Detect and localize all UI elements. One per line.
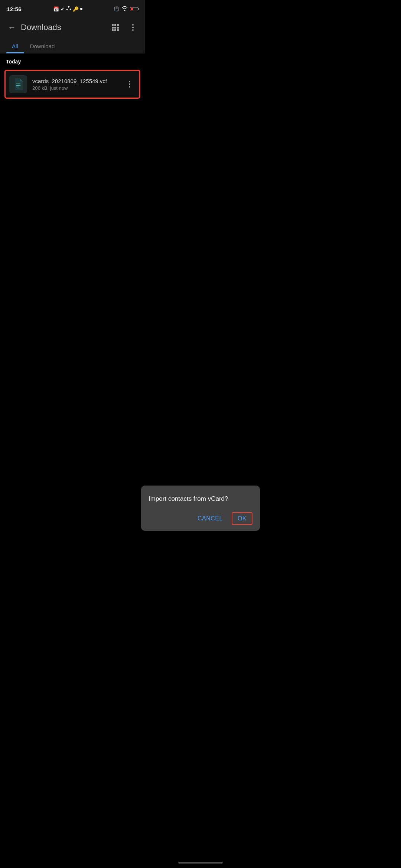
back-arrow-icon: ←: [8, 23, 16, 32]
drive-icon: [66, 6, 71, 12]
tab-all[interactable]: All: [6, 39, 24, 53]
file-icon-wrap: [9, 75, 27, 93]
vibrate-icon: 📳: [114, 6, 120, 11]
battery-icon: [130, 7, 138, 11]
dialog-overlay: Import contacts from vCard? Cancel OK: [0, 148, 145, 313]
status-icons: 📅 ✔ 🔑: [53, 6, 82, 12]
file-meta: 206 kB, just now: [32, 85, 124, 91]
grid-icon: [112, 24, 119, 31]
more-vertical-icon: [132, 24, 134, 31]
more-dot-2: [129, 83, 130, 85]
status-time: 12:56: [7, 6, 22, 12]
app-bar-actions: [108, 20, 140, 35]
key-icon: 🔑: [73, 6, 79, 12]
more-options-button[interactable]: [125, 20, 140, 35]
grid-view-button[interactable]: [108, 20, 123, 35]
section-header-today: Today: [0, 53, 145, 68]
file-doc-icon: [13, 78, 23, 90]
more-dot-3: [129, 86, 130, 88]
file-more-button[interactable]: [124, 78, 136, 90]
file-info: vcards_20210809_125549.vcf 206 kB, just …: [32, 78, 124, 91]
calendar-icon: 📅: [53, 6, 59, 12]
tab-download-label: Download: [30, 43, 55, 49]
back-button[interactable]: ←: [4, 20, 19, 35]
page-title: Downloads: [21, 23, 108, 32]
file-name: vcards_20210809_125549.vcf: [32, 78, 124, 84]
file-item-vcf[interactable]: vcards_20210809_125549.vcf 206 kB, just …: [4, 70, 140, 99]
status-bar: 12:56 📅 ✔ 🔑 📳: [0, 0, 145, 16]
app-bar: ← Downloads: [0, 16, 145, 39]
file-item-wrapper: vcards_20210809_125549.vcf 206 kB, just …: [0, 68, 145, 101]
status-right-icons: 📳: [114, 6, 138, 12]
tabs-bar: All Download: [0, 39, 145, 53]
tab-download[interactable]: Download: [24, 39, 61, 53]
notification-dot: [80, 8, 82, 10]
tab-all-label: All: [12, 43, 18, 49]
wifi-icon: [121, 6, 128, 12]
download-check-icon: ✔: [61, 6, 65, 12]
more-dot-1: [129, 81, 130, 82]
section-label: Today: [6, 59, 21, 65]
